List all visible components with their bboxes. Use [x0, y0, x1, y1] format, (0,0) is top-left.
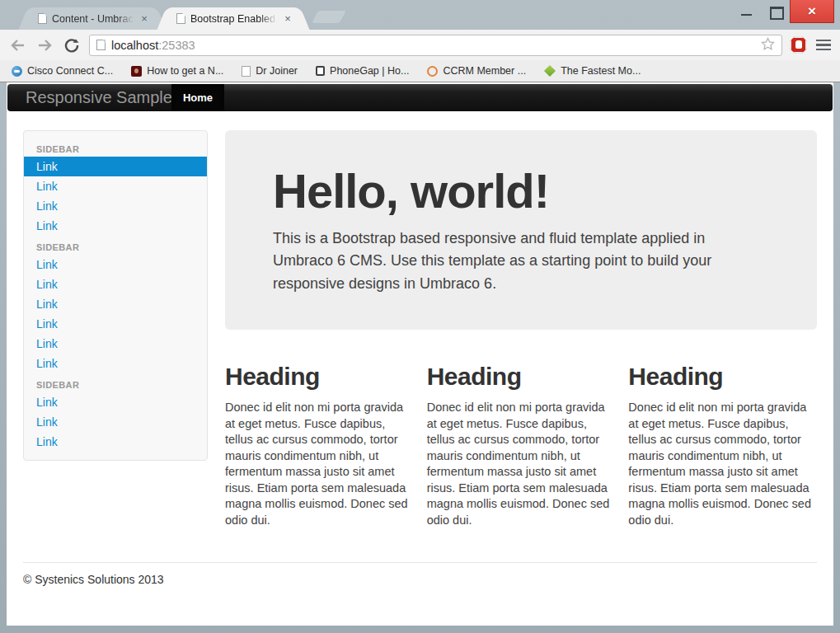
back-button[interactable] — [7, 35, 27, 55]
bookmarks-bar: Cisco Connect C... How to get a N... Dr … — [0, 60, 840, 82]
back-arrow-icon — [10, 39, 26, 52]
sidebar: SIDEBAR Link Link Link Link SIDEBAR Link… — [23, 130, 208, 528]
column-heading: Heading — [628, 363, 817, 391]
bookmark-item[interactable]: PhoneGap | Ho... — [316, 65, 409, 77]
sidebar-link[interactable]: Link — [24, 354, 207, 373]
page-icon — [242, 66, 251, 77]
page-favicon-icon — [38, 13, 47, 24]
tab-content-umbraco[interactable]: Content - Umbraco C × — [30, 7, 155, 30]
sidebar-link[interactable]: Link — [24, 334, 207, 354]
phonegap-icon — [316, 66, 325, 76]
window-controls: × — [734, 0, 834, 23]
page-container: SIDEBAR Link Link Link Link SIDEBAR Link… — [7, 130, 833, 586]
sidebar-link[interactable]: Link — [24, 196, 207, 216]
hero-text: This is a Bootstrap based responsive and… — [273, 227, 761, 296]
sidebar-link[interactable]: Link — [24, 412, 207, 432]
sidebar-link[interactable]: Link — [24, 294, 207, 314]
page-icon — [96, 40, 106, 50]
bookmark-label: PhoneGap | Ho... — [330, 65, 409, 77]
tab-title: Content - Umbraco C — [52, 13, 134, 25]
new-tab-button[interactable] — [312, 11, 346, 23]
url-text: localhost:25383 — [111, 39, 195, 52]
column-text: Donec id elit non mi porta gravida at eg… — [225, 400, 414, 528]
browser-toolbar: localhost:25383 — [0, 30, 840, 60]
close-icon: × — [808, 3, 816, 20]
bookmark-item[interactable]: Cisco Connect C... — [12, 65, 113, 77]
address-bar[interactable]: localhost:25383 — [89, 35, 782, 56]
footer-divider — [23, 562, 817, 563]
hero-title: Hello, world! — [273, 166, 769, 217]
forward-button[interactable] — [35, 35, 54, 55]
bookmark-label: How to get a N... — [147, 65, 223, 77]
green-diamond-icon — [544, 65, 556, 77]
video-thumbnail-icon — [131, 66, 142, 77]
column-text: Donec id elit non mi porta gravida at eg… — [628, 400, 817, 528]
url-host: localhost — [111, 39, 158, 52]
tab-close-icon[interactable]: × — [282, 12, 293, 25]
browser-menu-button[interactable] — [814, 38, 833, 53]
column-text: Donec id elit non mi porta gravida at eg… — [427, 400, 616, 528]
window-titlebar: Content - Umbraco C × Bootstrap Enabled … — [0, 0, 840, 30]
sidebar-link-active[interactable]: Link — [24, 157, 207, 176]
close-button[interactable]: × — [790, 0, 834, 23]
reload-icon — [64, 38, 79, 53]
orange-ring-icon — [427, 66, 438, 77]
bookmark-label: CCRM Member ... — [443, 65, 526, 77]
browser-window: Content - Umbraco C × Bootstrap Enabled … — [0, 0, 840, 633]
content-column: Heading Donec id elit non mi porta gravi… — [225, 363, 414, 528]
minimize-button[interactable] — [734, 0, 762, 21]
bookmark-item[interactable]: The Fastest Mo... — [544, 65, 641, 77]
hero-unit: Hello, world! This is a Bootstrap based … — [225, 130, 817, 330]
sidebar-header: SIDEBAR — [24, 373, 207, 392]
maximize-button[interactable] — [762, 0, 790, 21]
sidebar-link[interactable]: Link — [24, 432, 207, 452]
sidebar-header: SIDEBAR — [24, 138, 207, 157]
tab-close-icon[interactable]: × — [138, 12, 150, 25]
column-heading: Heading — [427, 363, 616, 391]
bookmark-item[interactable]: Dr Joiner — [242, 65, 298, 77]
page-viewport: Responsive Sample Home SIDEBAR Link Link… — [7, 82, 833, 626]
bookmark-label: Dr Joiner — [256, 65, 298, 77]
copyright-text: © Systenics Solutions 2013 — [23, 573, 817, 586]
url-port: :25383 — [158, 39, 195, 52]
tab-title: Bootstrap Enabled R — [190, 13, 277, 25]
site-brand[interactable]: Responsive Sample — [26, 84, 172, 111]
sidebar-header: SIDEBAR — [24, 236, 207, 255]
bookmark-label: Cisco Connect C... — [27, 65, 113, 77]
sidebar-link[interactable]: Link — [24, 176, 207, 196]
sidebar-link[interactable]: Link — [24, 216, 207, 236]
sidebar-well: SIDEBAR Link Link Link Link SIDEBAR Link… — [23, 130, 208, 461]
sidebar-link[interactable]: Link — [24, 314, 207, 334]
page-favicon-icon — [176, 13, 185, 24]
main-content: Hello, world! This is a Bootstrap based … — [225, 130, 817, 528]
bookmark-item[interactable]: How to get a N... — [131, 65, 223, 77]
bookmark-label: The Fastest Mo... — [561, 65, 641, 77]
forward-arrow-icon — [37, 39, 53, 52]
content-column: Heading Donec id elit non mi porta gravi… — [427, 363, 616, 528]
site-navbar: Responsive Sample Home — [7, 84, 833, 111]
sidebar-link[interactable]: Link — [24, 274, 207, 294]
adblock-extension-icon[interactable] — [790, 36, 807, 54]
nav-item-home[interactable]: Home — [171, 84, 224, 111]
reload-button[interactable] — [62, 35, 82, 55]
bookmark-star-icon[interactable] — [761, 37, 775, 53]
sidebar-link[interactable]: Link — [24, 392, 207, 412]
tab-bootstrap-enabled[interactable]: Bootstrap Enabled R × — [168, 7, 298, 30]
page-footer: © Systenics Solutions 2013 — [23, 573, 817, 586]
cisco-cloud-icon — [12, 66, 22, 77]
content-column: Heading Donec id elit non mi porta gravi… — [628, 363, 817, 528]
sidebar-link[interactable]: Link — [24, 255, 207, 274]
column-heading: Heading — [225, 363, 414, 391]
bookmark-item[interactable]: CCRM Member ... — [427, 65, 526, 77]
